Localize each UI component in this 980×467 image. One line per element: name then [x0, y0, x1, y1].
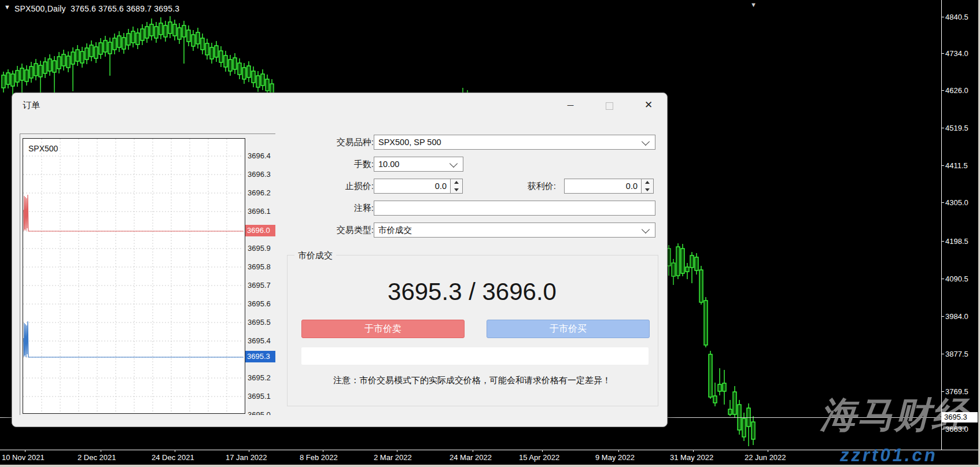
price-axis-label: 4626.0: [945, 86, 968, 95]
tick-scale-label: 3696.2: [248, 188, 271, 197]
group-title: 市价成交: [294, 250, 336, 261]
tick-chart-symbol: SPX500: [28, 144, 58, 153]
close-button[interactable]: ✕: [635, 97, 662, 114]
current-price-label: 3695.3: [942, 412, 978, 422]
price-axis-label: 4519.5: [945, 124, 968, 132]
price-axis-label: 3769.5: [945, 387, 968, 396]
tick-scale-label: 3695.9: [248, 244, 271, 253]
symbol-label: 交易品种:: [304, 137, 374, 148]
time-axis-label: 31 May 2022: [670, 453, 713, 462]
minimize-button[interactable]: ─: [557, 97, 584, 114]
chevron-down-icon: [642, 225, 650, 233]
maximize-icon: [606, 102, 613, 110]
axis-tick: [941, 202, 944, 203]
bid-ask-quote: 3695.3 / 3696.0: [287, 278, 657, 306]
tick-scale-label: 3695.2: [248, 373, 271, 382]
time-axis-label: 17 Jan 2022: [226, 453, 267, 462]
axis-tick: [249, 450, 249, 452]
time-axis-label: 2 Mar 2022: [374, 453, 412, 462]
comment-label: 注释:: [304, 203, 374, 214]
time-axis-line: [0, 450, 980, 450]
order-result-field: [301, 347, 649, 365]
time-axis-label: 15 Apr 2022: [519, 453, 559, 462]
tick-scale-label: 3695.1: [248, 392, 271, 401]
axis-tick: [941, 429, 944, 429]
comment-input[interactable]: [374, 201, 655, 216]
axis-tick: [941, 391, 944, 392]
axis-tick: [542, 450, 543, 452]
tick-scale-label: 3695.7: [248, 281, 271, 290]
order-type-label: 交易类型:: [304, 225, 374, 236]
order-type-select[interactable]: 市价成交: [374, 223, 655, 238]
sell-by-market-button[interactable]: 于市价卖: [301, 320, 465, 338]
stoploss-label: 止损价:: [304, 181, 374, 192]
axis-tick: [941, 17, 944, 17]
takeprofit-input[interactable]: 0.0: [564, 179, 642, 194]
axis-tick: [25, 450, 25, 452]
chevron-down-icon: [642, 138, 650, 146]
time-axis-label: 9 May 2022: [595, 453, 635, 462]
axis-tick: [941, 165, 944, 166]
takeprofit-stepper[interactable]: [641, 179, 654, 194]
axis-tick: [101, 450, 101, 452]
price-axis-label: 3877.5: [945, 350, 968, 358]
axis-tick: [941, 53, 944, 54]
tick-chart-panel: SPX500 3696.43696.33696.23696.13695.9369…: [20, 134, 275, 415]
tick-scale-label: 3696.1: [248, 207, 271, 216]
tick-scale-label: 3695.4: [248, 336, 271, 345]
axis-tick: [768, 450, 768, 452]
stoploss-stepper[interactable]: [450, 179, 463, 194]
axis-tick: [941, 316, 944, 317]
spin-down-icon[interactable]: [642, 186, 653, 193]
chart-symbol-period: SPX500,Daily: [14, 4, 66, 13]
bid-price-label: 3695.3: [245, 351, 275, 362]
trading-terminal: ▼ SPX500,Daily 3765.6 3765.6 3689.7 3695…: [0, 0, 980, 467]
tick-scale-label: 3695.5: [248, 318, 271, 327]
time-axis-label: 8 Feb 2022: [300, 453, 338, 462]
axis-tick: [941, 241, 944, 242]
symbol-select[interactable]: SPX500, SP 500: [374, 135, 655, 150]
price-axis-label: 4411.5: [945, 161, 968, 170]
buy-by-market-button[interactable]: 于市价买: [487, 320, 650, 338]
price-axis-line: [941, 0, 942, 450]
axis-tick: [941, 128, 944, 128]
time-axis-label: 10 Nov 2021: [2, 453, 45, 462]
chevron-down-icon: [450, 160, 458, 168]
tick-chart-lines: [23, 139, 244, 412]
time-axis-label: 24 Mar 2022: [450, 453, 492, 462]
price-axis-label: 3984.0: [945, 312, 968, 321]
axis-tick: [941, 90, 944, 91]
axis-tick: [175, 450, 175, 452]
axis-tick: [941, 354, 944, 354]
tick-scale-label: 3696.3: [248, 170, 271, 179]
ask-price-label: 3696.0: [245, 225, 275, 236]
tick-scale-label: 3695.0: [248, 410, 271, 416]
tick-chart-area: SPX500: [23, 138, 245, 414]
tick-scale-label: 3695.6: [248, 299, 271, 308]
window-edge: [0, 465, 980, 467]
spin-down-icon[interactable]: [451, 186, 462, 193]
price-axis-label: 4840.5: [945, 13, 968, 21]
site-watermark: zzrt01.cn: [840, 445, 938, 466]
tick-scale-label: 3696.4: [248, 151, 271, 160]
time-axis-label: 22 Jun 2022: [745, 453, 786, 462]
price-axis-label: 4198.5: [945, 237, 968, 246]
axis-tick: [693, 450, 694, 452]
time-axis-label: 2 Dec 2021: [78, 453, 116, 462]
spin-up-icon[interactable]: [642, 179, 653, 186]
chart-ohlc: 3765.6 3765.6 3689.7 3695.3: [71, 4, 179, 13]
maximize-button: [596, 97, 622, 114]
volume-label: 手数:: [304, 159, 374, 170]
stoploss-input[interactable]: 0.0: [374, 179, 451, 194]
volume-select[interactable]: 10.00: [374, 157, 463, 172]
takeprofit-label: 获利价:: [487, 181, 556, 192]
axis-tick: [397, 450, 397, 452]
axis-tick: [323, 450, 323, 452]
price-axis-label: 4305.0: [945, 198, 968, 207]
tick-scale-label: 3695.8: [248, 262, 271, 271]
axis-tick: [473, 450, 473, 452]
chart-header: SPX500,Daily 3765.6 3765.6 3689.7 3695.3: [14, 4, 179, 13]
spin-up-icon[interactable]: [451, 179, 462, 186]
order-dialog: 订单 ─ ✕ SPX500 3696.43696.33696.23696.136…: [12, 92, 668, 427]
axis-tick: [941, 279, 944, 279]
